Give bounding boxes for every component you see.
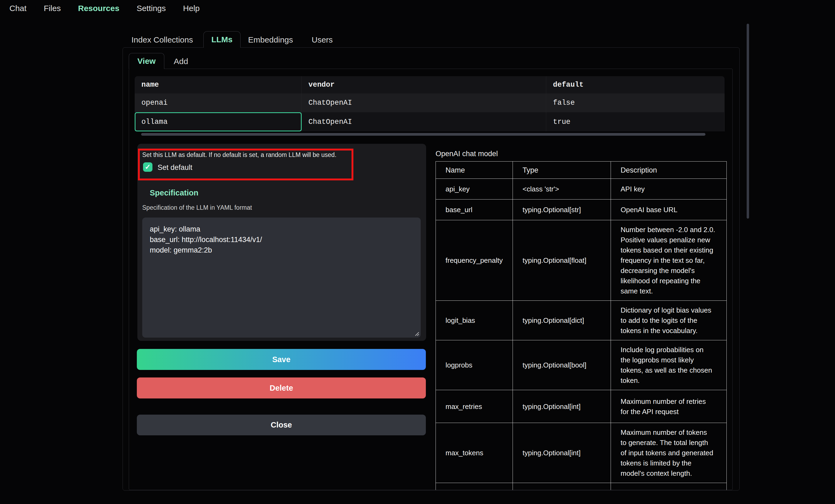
vertical-scrollbar[interactable] (747, 24, 749, 218)
doc-cell-description (611, 483, 727, 490)
doc-cell-description: Number between -2.0 and 2.0. Positive va… (611, 220, 727, 301)
doc-cell-type: typing.Optional[dict] (513, 301, 611, 340)
doc-row-max-retries: max_retries typing.Optional[int] Maximum… (436, 390, 727, 423)
doc-cell-name: frequency_penalty (436, 220, 513, 301)
model-doc-table: Name Type Description api_key <class 'st… (435, 161, 727, 490)
doc-row-base-url: base_url typing.Optional[str] OpenAI bas… (436, 200, 727, 220)
subtab-view-label: View (137, 57, 156, 66)
top-nav: Chat Files Resources Settings Help (0, 0, 200, 17)
doc-cell-name: logprobs (436, 340, 513, 390)
delete-button[interactable]: Delete (137, 377, 426, 398)
doc-row-logprobs: logprobs typing.Optional[bool] Include l… (436, 340, 727, 390)
doc-cell-type: typing.Optional[int] (513, 423, 611, 483)
llm-col-header-name: name (135, 76, 302, 93)
specification-hint: Specification of the LLM in YAML format (142, 204, 252, 211)
app-screen: Chat Files Resources Settings Help Index… (0, 0, 835, 504)
llm-cell-default[interactable]: false (546, 93, 725, 112)
doc-row-partial (436, 483, 727, 490)
nav-item-help[interactable]: Help (183, 4, 200, 13)
llm-cell-default[interactable]: true (546, 112, 725, 131)
doc-cell-name: max_retries (436, 390, 513, 423)
doc-cell-type: <class 'str'> (513, 179, 611, 200)
set-default-label: Set default (158, 163, 192, 172)
doc-cell-description: API key (611, 179, 727, 200)
llm-cell-vendor[interactable]: ChatOpenAI (302, 93, 546, 112)
default-description: Set this LLM as default. If no default i… (142, 151, 350, 159)
checkmark-icon: ✓ (145, 163, 151, 171)
yaml-spec-textarea[interactable]: api_key: ollama base_url: http://localho… (142, 217, 421, 338)
doc-cell-type: typing.Optional[str] (513, 200, 611, 220)
doc-cell-type (513, 483, 611, 490)
doc-cell-description: Dictionary of logit bias values to add t… (611, 301, 727, 340)
close-button[interactable]: Close (137, 415, 426, 435)
doc-row-max-tokens: max_tokens typing.Optional[int] Maximum … (436, 423, 727, 483)
tab-users[interactable]: Users (312, 35, 333, 44)
doc-cell-name: api_key (436, 179, 513, 200)
llm-cell-name[interactable]: openai (135, 93, 302, 112)
llm-col-header-vendor: vendor (302, 76, 546, 93)
doc-row-api-key: api_key <class 'str'> API key (436, 179, 727, 200)
doc-cell-name: logit_bias (436, 301, 513, 340)
model-doc-table-wrap: Name Type Description api_key <class 'st… (435, 161, 727, 490)
doc-cell-description: Maximum number of tokens to generate. Th… (611, 423, 727, 483)
llm-col-header-default: default (546, 76, 725, 93)
llm-detail-card: Set this LLM as default. If no default i… (137, 144, 426, 341)
llm-table-header-row: name vendor default (135, 76, 725, 93)
llm-cell-vendor[interactable]: ChatOpenAI (302, 112, 546, 131)
doc-row-frequency-penalty: frequency_penalty typing.Optional[float]… (436, 220, 727, 301)
specification-heading: Specification (150, 188, 199, 197)
save-button[interactable]: Save (137, 349, 426, 370)
nav-item-resources[interactable]: Resources (78, 4, 119, 13)
doc-col-name: Name (436, 162, 513, 179)
llm-cell-name-selected[interactable]: ollama (135, 112, 302, 131)
model-panel-title: OpenAI chat model (435, 150, 498, 158)
doc-col-description: Description (611, 162, 727, 179)
tab-llms-label: LLMs (211, 35, 232, 44)
doc-cell-name: max_tokens (436, 423, 513, 483)
llm-row-ollama[interactable]: ollama ChatOpenAI true (135, 112, 725, 131)
set-default-checkbox[interactable]: ✓ (143, 162, 152, 172)
doc-cell-name: base_url (436, 200, 513, 220)
doc-cell-description: Maximum number of retries for the API re… (611, 390, 727, 423)
tab-embeddings[interactable]: Embeddings (248, 35, 293, 44)
doc-cell-type: typing.Optional[bool] (513, 340, 611, 390)
resize-handle-icon[interactable] (414, 331, 419, 336)
doc-cell-description: Include log probabilities on the logprob… (611, 340, 727, 390)
llm-row-openai[interactable]: openai ChatOpenAI false (135, 93, 725, 112)
tab-index-collections[interactable]: Index Collections (131, 35, 193, 44)
doc-row-logit-bias: logit_bias typing.Optional[dict] Diction… (436, 301, 727, 340)
doc-col-type: Type (513, 162, 611, 179)
doc-header-row: Name Type Description (436, 162, 727, 179)
subtab-view[interactable]: View (129, 53, 164, 69)
doc-cell-type: typing.Optional[int] (513, 390, 611, 423)
nav-item-files[interactable]: Files (44, 4, 61, 13)
tab-llms[interactable]: LLMs (203, 31, 241, 48)
subtab-add[interactable]: Add (174, 57, 188, 66)
nav-item-chat[interactable]: Chat (9, 4, 26, 13)
horizontal-scrollbar[interactable] (141, 133, 706, 136)
llm-table: name vendor default openai ChatOpenAI fa… (135, 76, 725, 131)
nav-item-settings[interactable]: Settings (137, 4, 166, 13)
doc-cell-description: OpenAI base URL (611, 200, 727, 220)
doc-cell-name (436, 483, 513, 490)
doc-cell-type: typing.Optional[float] (513, 220, 611, 301)
